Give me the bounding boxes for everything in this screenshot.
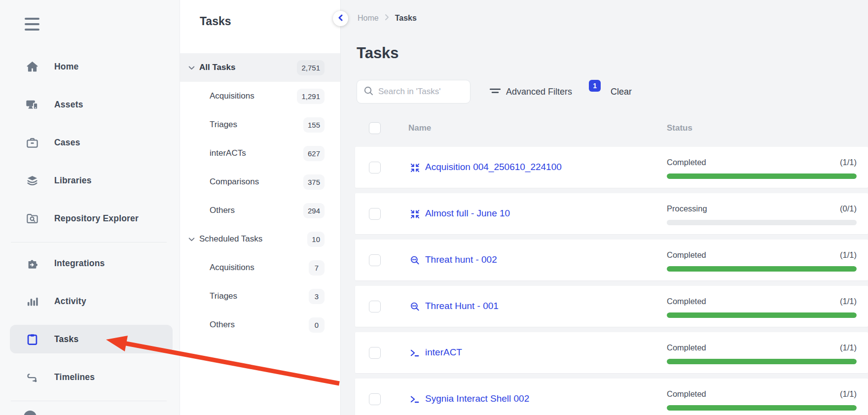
tree-item-interacts[interactable]: interACTs627 bbox=[180, 139, 340, 168]
tree-item-count-badge: 3 bbox=[309, 289, 325, 304]
tree-item-acquisitions[interactable]: Acquisitions7 bbox=[180, 253, 340, 282]
sidebar-item-label: Activity bbox=[54, 296, 86, 307]
tree-item-others[interactable]: Others0 bbox=[180, 311, 340, 339]
sidebar-item-label: Integrations bbox=[54, 258, 105, 269]
task-name-link[interactable]: Almost full - June 10 bbox=[425, 208, 510, 219]
sidebar-item-libraries[interactable]: Libraries bbox=[10, 166, 173, 195]
tree-item-label: Triages bbox=[210, 120, 237, 130]
progress-fraction: (1/1) bbox=[840, 158, 857, 167]
sidebar-item-label: Repository Explorer bbox=[54, 213, 139, 224]
sidebar-item-integrations[interactable]: Integrations bbox=[10, 249, 173, 277]
row-checkbox[interactable] bbox=[369, 254, 381, 266]
search-input[interactable] bbox=[378, 87, 464, 97]
tree-item-label: Comparisons bbox=[210, 177, 259, 187]
progress-bar bbox=[667, 220, 857, 225]
task-status-block: Processing(0/1) bbox=[667, 204, 857, 225]
progress-bar bbox=[667, 405, 857, 411]
task-name-link[interactable]: Threat hunt - 002 bbox=[425, 254, 497, 265]
table-row: Sygnia Interact Shell 002Completed(1/1) bbox=[355, 379, 868, 415]
progress-bar bbox=[667, 359, 857, 364]
progress-fraction: (1/1) bbox=[840, 297, 857, 306]
progress-bar bbox=[667, 173, 857, 179]
tree-item-triages[interactable]: Triages155 bbox=[180, 110, 340, 139]
timelines-icon bbox=[25, 370, 39, 384]
status-text: Completed bbox=[667, 297, 706, 306]
sidebar-item-label: Cases bbox=[54, 138, 80, 148]
tree-item-count-badge: 2,751 bbox=[297, 60, 325, 75]
sidebar-item-timelines[interactable]: Timelines bbox=[10, 363, 173, 391]
tree-item-label: Others bbox=[210, 320, 235, 330]
tree-item-count-badge: 375 bbox=[303, 174, 325, 190]
tree-item-triages[interactable]: Triages3 bbox=[180, 282, 340, 311]
row-checkbox[interactable] bbox=[369, 301, 381, 312]
assets-icon bbox=[25, 97, 39, 112]
search-icon bbox=[363, 86, 374, 98]
task-name-link[interactable]: Sygnia Interact Shell 002 bbox=[425, 393, 529, 404]
sidebar-item-cases[interactable]: Cases bbox=[10, 128, 173, 157]
tree-item-count-badge: 0 bbox=[309, 317, 325, 333]
page-title: Tasks bbox=[357, 44, 399, 62]
chevron-down-icon[interactable] bbox=[187, 235, 196, 243]
panel-title: Tasks bbox=[200, 15, 231, 28]
sidebar-item-home[interactable]: Home bbox=[10, 52, 173, 81]
repository-explorer-icon bbox=[25, 211, 39, 226]
sidebar-item-repository-explorer[interactable]: Repository Explorer bbox=[10, 204, 173, 233]
task-name-link[interactable]: interACT bbox=[425, 347, 462, 358]
table-row: Almost full - June 10Processing(0/1) bbox=[355, 193, 868, 234]
tree-item-label: Acquisitions bbox=[210, 91, 254, 101]
row-checkbox[interactable] bbox=[369, 393, 381, 405]
collapse-panel-button[interactable] bbox=[333, 11, 348, 26]
sidebar-nav: HomeAssetsCasesLibrariesRepository Explo… bbox=[0, 52, 180, 408]
progress-bar bbox=[667, 266, 857, 272]
breadcrumb-home[interactable]: Home bbox=[358, 14, 379, 23]
sidebar-item-tasks[interactable]: Tasks bbox=[10, 325, 173, 353]
main-content: Home Tasks Tasks Advanced Filters 1 Clea… bbox=[341, 0, 868, 415]
compress-icon bbox=[410, 209, 420, 219]
tree-item-scheduled-tasks[interactable]: Scheduled Tasks10 bbox=[180, 225, 340, 253]
tasks-tree-panel: Tasks All Tasks2,751Acquisitions1,291Tri… bbox=[180, 0, 341, 415]
chevron-down-icon[interactable] bbox=[187, 63, 196, 72]
compress-icon bbox=[410, 163, 420, 173]
task-name-link[interactable]: Acquisition 004_250610_224100 bbox=[425, 162, 562, 173]
libraries-icon bbox=[25, 173, 39, 188]
integrations-icon bbox=[25, 256, 39, 271]
tree-item-others[interactable]: Others294 bbox=[180, 196, 340, 225]
filter-lines-icon bbox=[490, 86, 501, 97]
sidebar-item-label: Home bbox=[54, 62, 78, 72]
app-sidebar: HomeAssetsCasesLibrariesRepository Explo… bbox=[0, 0, 180, 415]
clear-filters-button[interactable]: Clear bbox=[611, 87, 632, 97]
task-status-block: Completed(1/1) bbox=[667, 297, 857, 318]
advanced-filters-button[interactable]: Advanced Filters bbox=[506, 87, 572, 97]
tree-item-label: interACTs bbox=[210, 148, 246, 158]
chevron-right-icon bbox=[385, 14, 389, 23]
tree-item-count-badge: 1,291 bbox=[297, 89, 325, 104]
task-name-link[interactable]: Threat Hunt - 001 bbox=[425, 301, 499, 311]
row-checkbox[interactable] bbox=[369, 162, 381, 173]
sidebar-divider bbox=[11, 242, 167, 242]
progress-fraction: (1/1) bbox=[840, 343, 857, 352]
progress-bar bbox=[667, 312, 857, 318]
sidebar-item-activity[interactable]: Activity bbox=[10, 287, 173, 315]
column-header-name: Name bbox=[408, 123, 431, 133]
task-status-block: Completed(1/1) bbox=[667, 158, 857, 179]
row-checkbox[interactable] bbox=[369, 347, 381, 359]
table-row: Threat Hunt - 001Completed(1/1) bbox=[355, 286, 868, 327]
sidebar-item-label: Assets bbox=[54, 100, 83, 110]
tree-item-count-badge: 155 bbox=[303, 117, 325, 133]
tree-item-all-tasks[interactable]: All Tasks2,751 bbox=[180, 53, 340, 82]
search-box bbox=[357, 80, 470, 104]
sidebar-item-label: Timelines bbox=[54, 372, 95, 382]
select-all-checkbox[interactable] bbox=[369, 122, 381, 134]
sidebar-item-assets[interactable]: Assets bbox=[10, 90, 173, 119]
breadcrumb: Home Tasks bbox=[358, 14, 417, 23]
sidebar-item-label: Libraries bbox=[54, 175, 92, 186]
terminal-icon bbox=[410, 348, 420, 358]
table-row: Threat hunt - 002Completed(1/1) bbox=[355, 240, 868, 280]
row-checkbox[interactable] bbox=[369, 208, 381, 220]
tree-item-acquisitions[interactable]: Acquisitions1,291 bbox=[180, 82, 340, 110]
task-table-body: Acquisition 004_250610_224100Completed(1… bbox=[355, 147, 868, 415]
globe-icon[interactable] bbox=[24, 411, 36, 415]
tree-item-comparisons[interactable]: Comparisons375 bbox=[180, 168, 340, 196]
tree-item-count-badge: 7 bbox=[309, 260, 325, 276]
hamburger-icon[interactable] bbox=[25, 18, 39, 31]
